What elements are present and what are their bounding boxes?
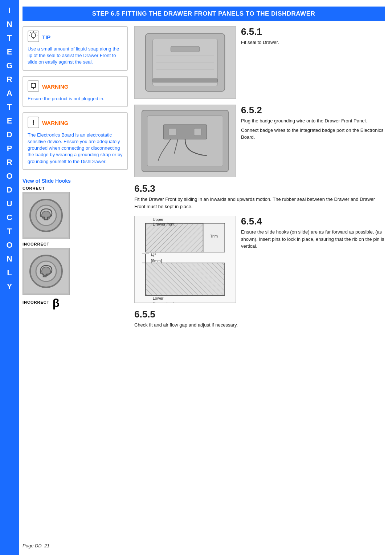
sidebar-letter-p: P: [7, 145, 12, 153]
page-wrapper: I N T E G R A T E D P R O D U C T O N L …: [0, 0, 392, 555]
svg-point-1: [31, 33, 36, 38]
main-content: STEP 6.5 FITTING THE DRAWER FRONT PANELS…: [19, 0, 392, 555]
sidebar-letter-t: T: [7, 34, 12, 42]
warning1-label: WARNING: [42, 84, 69, 90]
incorrect-row: INCORRECT β: [23, 296, 128, 310]
sidebar-letter-d: D: [7, 131, 12, 139]
svg-text:Drawer front: Drawer front: [153, 222, 175, 226]
svg-rect-9: [28, 81, 39, 92]
svg-rect-27: [171, 46, 199, 52]
step-651-desc: Fit seal to Drawer.: [241, 39, 385, 46]
warning1-header: WARNING: [28, 80, 123, 93]
sidebar-letter-o: O: [6, 172, 12, 180]
step-654-number: 6.5.4: [241, 216, 385, 227]
svg-text:Trim: Trim: [210, 234, 218, 238]
sidebar-letter-e: E: [7, 48, 12, 56]
sidebar-letter-g: G: [6, 62, 12, 70]
step-655-text: 6.5.5 Check fit and air flow gap and adj…: [134, 309, 385, 329]
sidebar-letter-y: Y: [7, 283, 12, 291]
svg-text:[6mm]: [6mm]: [151, 259, 162, 263]
plug-icon: [28, 80, 39, 93]
sidebar-letter-n2: N: [7, 255, 12, 263]
sidebar-letter-i: I: [8, 7, 11, 15]
sidebar-letter-r: R: [7, 76, 12, 84]
correct-label: CORRECT: [23, 186, 128, 190]
warning1-text: Ensure the product is not plugged in.: [28, 96, 123, 102]
svg-text:Upper: Upper: [153, 217, 164, 222]
lightbulb-icon: [28, 31, 39, 44]
step-654-block: Trim Upper Drawer front ¼" [6mm]: [134, 216, 385, 303]
tip-text: Use a small amount of liquid soap along …: [28, 46, 123, 66]
tip-box: TIP Use a small amount of liquid soap al…: [23, 26, 128, 71]
step-654-image: Trim Upper Drawer front ¼" [6mm]: [134, 216, 236, 303]
svg-point-19: [42, 211, 50, 220]
step-655-number: 6.5.5: [134, 309, 385, 320]
sidebar-letter-r2: R: [7, 158, 12, 166]
step-655-desc: Check fit and air flow gap and adjust if…: [134, 321, 385, 329]
step-652-block: 6.5.2 Plug the badge grounding wire onto…: [134, 105, 385, 177]
svg-line-6: [30, 32, 31, 33]
tip-label: TIP: [42, 34, 50, 40]
sidebar-letter-l: L: [7, 269, 12, 277]
incorrect-hook-image: [23, 248, 70, 295]
step-655-block: 6.5.5 Check fit and air flow gap and adj…: [134, 309, 385, 329]
warning2-text: The Electronics Board is an electrostati…: [28, 132, 123, 165]
svg-rect-41: [146, 223, 203, 252]
svg-rect-37: [194, 128, 201, 135]
exclamation-icon: !: [28, 117, 39, 130]
svg-text:Lower: Lower: [153, 296, 164, 300]
step-654-text: 6.5.4 Ensure the slide hooks (on slide) …: [241, 216, 385, 250]
step-654-desc: Ensure the slide hooks (on slide) are as…: [241, 228, 385, 250]
tip-header: TIP: [28, 31, 123, 44]
svg-rect-28: [153, 79, 218, 82]
step-652-desc: Plug the badge grounding wire onto the D…: [241, 117, 385, 141]
sidebar-letter-d2: D: [7, 186, 12, 194]
correct-hook-image: [23, 192, 70, 239]
step-653-block: 6.5.3 Fit the Drawer Front by sliding in…: [134, 183, 385, 210]
incorrect-beta-symbol: β: [52, 296, 60, 310]
step-653-desc: Fit the Drawer Front by sliding in an in…: [134, 196, 385, 210]
step-651-number: 6.5.1: [241, 26, 385, 37]
sidebar-letter-u: U: [7, 200, 12, 208]
page-footer: Page DD_21: [23, 543, 385, 548]
sidebar-letter-c: C: [7, 214, 12, 222]
step-653-text: 6.5.3 Fit the Drawer Front by sliding in…: [134, 183, 385, 210]
slide-hooks-section: View of Slide Hooks CORRECT INC: [23, 178, 128, 310]
step-653-number: 6.5.3: [134, 183, 385, 194]
warning1-box: WARNING Ensure the product is not plugge…: [23, 76, 128, 107]
step-651-image: [134, 26, 236, 99]
warning2-header: ! WARNING: [28, 117, 123, 130]
step-652-image: [134, 105, 236, 177]
two-col-layout: TIP Use a small amount of liquid soap al…: [23, 26, 385, 539]
sidebar-letter-t3: T: [7, 227, 12, 235]
incorrect-text-label: INCORRECT: [23, 300, 49, 304]
sidebar-letter-n: N: [7, 20, 12, 28]
step-header: STEP 6.5 FITTING THE DRAWER FRONT PANELS…: [23, 7, 385, 21]
slide-hooks-title: View of Slide Hooks: [23, 178, 128, 184]
svg-text:¼": ¼": [151, 253, 156, 258]
incorrect-label: INCORRECT: [23, 242, 128, 246]
warning2-box: ! WARNING The Electronics Board is an el…: [23, 112, 128, 170]
step-651-text: 6.5.1 Fit seal to Drawer.: [241, 26, 385, 46]
right-column: 6.5.1 Fit seal to Drawer.: [134, 26, 385, 539]
svg-text:Drawer front: Drawer front: [153, 301, 175, 303]
svg-line-5: [36, 32, 36, 33]
sidebar-letter-o2: O: [6, 241, 12, 249]
step-651-block: 6.5.1 Fit seal to Drawer.: [134, 26, 385, 99]
sidebar-letter-e2: E: [7, 117, 12, 125]
svg-text:!: !: [32, 118, 34, 127]
warning2-label: WARNING: [42, 120, 69, 126]
svg-rect-10: [31, 83, 36, 88]
svg-rect-36: [169, 128, 176, 135]
sidebar: I N T E G R A T E D P R O D U C T O N L …: [0, 0, 19, 555]
svg-rect-53: [146, 263, 225, 295]
sidebar-letter-a: A: [7, 89, 12, 97]
sidebar-letter-t2: T: [7, 103, 12, 111]
step-652-text: 6.5.2 Plug the badge grounding wire onto…: [241, 105, 385, 143]
left-column: TIP Use a small amount of liquid soap al…: [23, 26, 128, 539]
step-652-number: 6.5.2: [241, 105, 385, 116]
